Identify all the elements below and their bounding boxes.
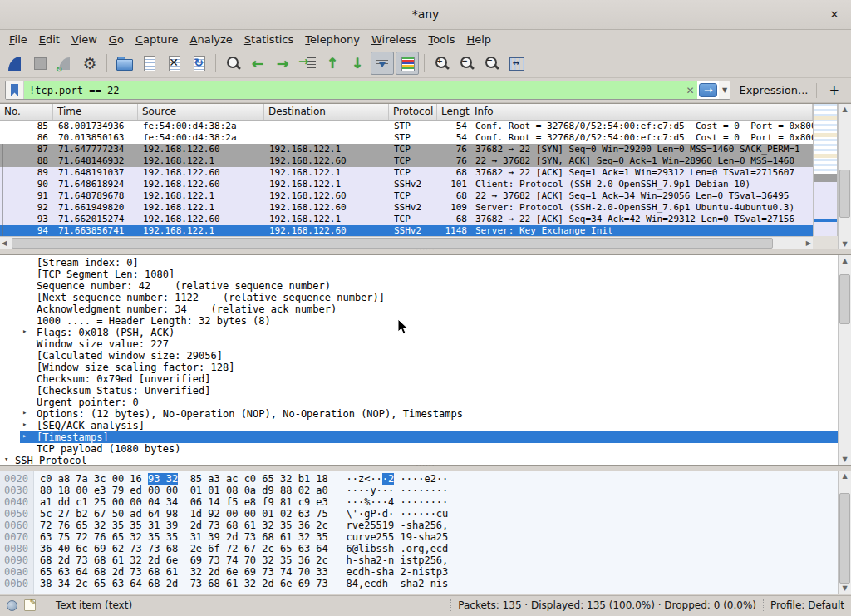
column-header-length[interactable]: Length xyxy=(437,104,470,120)
start-capture-button[interactable] xyxy=(3,52,27,75)
hex-row-0060[interactable]: 006072 76 65 32 35 35 31 39 2d 73 68 61 … xyxy=(0,520,838,531)
packet-row-90[interactable]: 9071.648618924192.168.122.60192.168.122.… xyxy=(0,179,813,190)
menu-item-statistics[interactable]: Statistics xyxy=(239,32,299,47)
hex-dump-view[interactable]: 0020c0 a8 7a 3c 00 16 93 32 85 a3 ac c0 … xyxy=(0,471,838,594)
filter-bookmark-button[interactable] xyxy=(6,81,24,99)
detail-line[interactable]: ▸Flags: 0x018 (PSH, ACK) xyxy=(0,327,838,338)
hex-row-0030[interactable]: 003080 18 00 e3 79 ed 00 00 01 01 08 0a … xyxy=(0,485,838,496)
zoom-100-button[interactable]: = xyxy=(480,52,503,75)
detail-line[interactable]: Checksum: 0x79ed [unverified] xyxy=(0,373,838,385)
packet-row-87[interactable]: 8771.647777234192.168.122.60192.168.122.… xyxy=(0,144,813,155)
collapsed-arrow-icon[interactable]: ▸ xyxy=(22,408,27,416)
packet-list-vscrollbar[interactable] xyxy=(838,104,851,249)
packet-row-92[interactable]: 9271.661949820192.168.122.1192.168.122.6… xyxy=(0,202,813,214)
display-filter-input[interactable] xyxy=(24,81,682,99)
packet-row-93[interactable]: 9371.662015274192.168.122.60192.168.122.… xyxy=(0,214,813,225)
expert-info-icon[interactable] xyxy=(7,600,17,611)
auto-scroll-button[interactable] xyxy=(371,52,394,75)
detail-line[interactable]: [Stream index: 0] xyxy=(0,257,838,269)
detail-line[interactable]: [TCP Segment Len: 1080] xyxy=(0,269,838,280)
hex-row-00a0[interactable]: 00a065 63 64 68 2d 73 68 61 32 2d 6e 69 … xyxy=(0,566,838,578)
detail-line[interactable]: Sequence number: 42 (relative sequence n… xyxy=(0,280,838,292)
collapsed-arrow-icon[interactable]: ▸ xyxy=(22,431,27,440)
detail-line[interactable]: TCP payload (1080 bytes) xyxy=(0,443,838,455)
save-file-button[interactable] xyxy=(137,52,160,75)
capture-comment-icon[interactable] xyxy=(24,599,36,611)
reload-file-button[interactable] xyxy=(187,52,210,75)
hex-row-0040[interactable]: 0040a1 dd c1 25 00 00 04 34 06 14 f5 e8 … xyxy=(0,496,838,508)
column-header-protocol[interactable]: Protocol xyxy=(389,104,437,120)
go-to-packet-button[interactable]: → xyxy=(296,52,319,75)
find-packet-button[interactable] xyxy=(221,52,244,75)
menu-item-go[interactable]: Go xyxy=(103,32,130,47)
menu-item-capture[interactable]: Capture xyxy=(130,32,184,47)
collapsed-arrow-icon[interactable]: ▸ xyxy=(22,420,27,428)
hex-row-0020[interactable]: 0020c0 a8 7a 3c 00 16 93 32 85 a3 ac c0 … xyxy=(0,473,838,485)
menu-item-tools[interactable]: Tools xyxy=(422,32,460,47)
filter-history-dropdown[interactable]: ▼ xyxy=(719,81,730,99)
open-file-button[interactable] xyxy=(112,52,135,75)
hex-row-0090[interactable]: 009068 2d 73 68 61 32 2d 6e 69 73 74 70 … xyxy=(0,554,838,566)
hex-row-0080[interactable]: 008036 40 6c 69 62 73 73 68 2e 6f 72 67 … xyxy=(0,543,838,554)
detail-line[interactable]: [Window size scaling factor: 128] xyxy=(0,362,838,373)
detail-line[interactable]: [Checksum Status: Unverified] xyxy=(0,385,838,397)
vscrollbar-thumb[interactable] xyxy=(839,170,850,218)
column-header-source[interactable]: Source xyxy=(138,104,264,120)
close-window-button[interactable]: ✕ xyxy=(826,7,843,23)
go-first-packet-button[interactable]: ↑ xyxy=(321,52,344,75)
menu-item-view[interactable]: View xyxy=(66,32,103,47)
zoom-out-button[interactable]: − xyxy=(455,52,478,75)
menu-item-help[interactable]: Help xyxy=(460,32,497,47)
go-last-packet-button[interactable]: ↓ xyxy=(346,52,369,75)
expression-button[interactable]: Expression... xyxy=(735,84,811,96)
column-header-no[interactable]: No. xyxy=(0,104,53,120)
detail-line[interactable]: ▸Options: (12 bytes), No-Operation (NOP)… xyxy=(0,408,838,420)
capture-options-button[interactable] xyxy=(78,52,101,75)
packet-row-94[interactable]: 9471.663856741192.168.122.1192.168.122.6… xyxy=(0,225,813,236)
packet-list[interactable]: No.TimeSourceDestinationProtocolLengthIn… xyxy=(0,104,813,249)
packet-details-tree[interactable]: [Stream index: 0][TCP Segment Len: 1080]… xyxy=(0,255,838,465)
detail-line[interactable]: Window size value: 227 xyxy=(0,338,838,350)
filter-clear-button[interactable]: ✕ xyxy=(682,81,697,99)
intelligent-scrollbar-minimap[interactable] xyxy=(813,104,838,236)
menu-item-telephony[interactable]: Telephony xyxy=(299,32,366,47)
zoom-in-button[interactable]: + xyxy=(430,52,453,75)
details-scroll-thumb[interactable] xyxy=(839,274,850,324)
detail-line[interactable]: [Calculated window size: 29056] xyxy=(0,350,838,362)
detail-line-selected[interactable]: ▸[Timestamps] xyxy=(0,431,838,443)
close-file-button[interactable] xyxy=(162,52,185,75)
menu-item-wireless[interactable]: Wireless xyxy=(366,32,422,47)
detail-line[interactable]: 1000 .... = Header Length: 32 bytes (8) xyxy=(0,315,838,327)
detail-line[interactable]: [Next sequence number: 1122 (relative se… xyxy=(0,292,838,303)
list-details-splitter[interactable] xyxy=(0,249,851,254)
packet-list-header[interactable]: No.TimeSourceDestinationProtocolLengthIn… xyxy=(0,104,813,121)
details-vscrollbar[interactable] xyxy=(838,255,851,465)
hex-row-00b0[interactable]: 00b038 34 2c 65 63 64 68 2d 73 68 61 32 … xyxy=(0,578,838,589)
go-back-button[interactable]: ← xyxy=(246,52,269,75)
go-forward-button[interactable]: → xyxy=(271,52,294,75)
colorize-packets-button[interactable] xyxy=(396,52,419,75)
detail-line[interactable]: Acknowledgment number: 34 (relative ack … xyxy=(0,303,838,315)
profile-text[interactable]: Profile: Default xyxy=(770,599,844,611)
filter-apply-button[interactable]: ➝ xyxy=(699,83,717,97)
packet-row-86[interactable]: 8670.013850163fe:54:00:d4:38:2aSTP54Conf… xyxy=(0,132,813,144)
detail-line[interactable]: ▸[SEQ/ACK analysis] xyxy=(0,420,838,431)
column-header-destination[interactable]: Destination xyxy=(264,104,389,120)
menu-item-edit[interactable]: Edit xyxy=(33,32,66,47)
display-filter-field[interactable]: ✕ ➝ ▼ xyxy=(5,81,730,100)
hex-row-0070[interactable]: 007063 75 72 76 65 32 35 35 31 39 2d 73 … xyxy=(0,531,838,543)
packet-row-85[interactable]: 8568.001734936fe:54:00:d4:38:2aSTP54Conf… xyxy=(0,121,813,132)
hex-vscrollbar[interactable] xyxy=(838,471,851,594)
menu-item-analyze[interactable]: Analyze xyxy=(184,32,239,47)
column-header-time[interactable]: Time xyxy=(53,104,138,120)
column-header-info[interactable]: Info xyxy=(470,104,813,120)
add-filter-button[interactable]: + xyxy=(822,83,846,98)
hex-scroll-thumb[interactable] xyxy=(839,493,850,584)
collapsed-arrow-icon[interactable]: ▸ xyxy=(22,327,27,335)
packet-row-91[interactable]: 9171.648789678192.168.122.1192.168.122.6… xyxy=(0,190,813,202)
detail-line[interactable]: Urgent pointer: 0 xyxy=(0,397,838,408)
packet-row-88[interactable]: 8871.648146932192.168.122.1192.168.122.6… xyxy=(0,155,813,167)
hex-row-0050[interactable]: 00505c 27 b2 67 50 ad 64 98 1d 92 00 00 … xyxy=(0,508,838,520)
restart-capture-button[interactable] xyxy=(53,52,76,75)
stop-capture-button[interactable] xyxy=(28,52,52,75)
